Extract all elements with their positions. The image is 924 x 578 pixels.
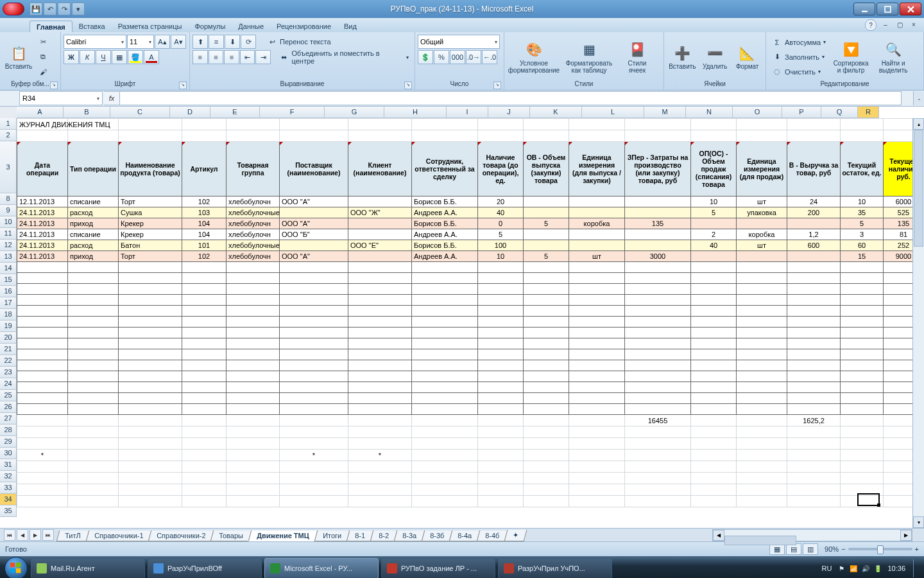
cell[interactable]: [737, 130, 787, 142]
sort-filter-button[interactable]: 🔽Сортировка и фильтр: [830, 34, 871, 80]
row-header-28[interactable]: 28: [0, 425, 17, 436]
cell[interactable]: [182, 317, 227, 328]
data-cell[interactable]: Андреев А.А.: [412, 229, 478, 240]
cell[interactable]: [280, 473, 348, 484]
cell[interactable]: [737, 306, 787, 317]
cell[interactable]: [569, 371, 625, 382]
data-cell[interactable]: хлебобулочн: [227, 197, 280, 207]
cell[interactable]: [524, 426, 569, 438]
data-cell[interactable]: 103: [182, 207, 227, 218]
cell[interactable]: [691, 349, 737, 360]
data-cell[interactable]: Батон: [119, 240, 182, 251]
cell[interactable]: [227, 338, 280, 349]
cell[interactable]: [227, 426, 280, 438]
cell[interactable]: [119, 473, 182, 484]
data-cell[interactable]: [524, 207, 569, 218]
data-cell[interactable]: 3: [841, 229, 884, 240]
cell[interactable]: [68, 349, 119, 360]
cell[interactable]: [569, 450, 625, 461]
scroll-thumb[interactable]: [914, 130, 923, 247]
cell[interactable]: [787, 473, 841, 484]
data-cell[interactable]: [691, 218, 737, 229]
number-format-combo[interactable]: Общий▾: [418, 35, 500, 49]
cell-styles-button[interactable]: 🎴Стили ячеек: [617, 34, 657, 80]
cell[interactable]: [348, 338, 412, 349]
row-header-31[interactable]: 31: [0, 459, 17, 471]
cell[interactable]: [68, 484, 119, 496]
sheet-tab[interactable]: 8-3б: [422, 530, 453, 541]
cell[interactable]: [737, 349, 787, 360]
cell[interactable]: [280, 415, 348, 426]
taskbar-button[interactable]: РУПвО задание ЛР - ...: [381, 558, 495, 578]
cell[interactable]: [569, 328, 625, 338]
cell[interactable]: [787, 360, 841, 371]
cell[interactable]: [68, 328, 119, 338]
copy-icon[interactable]: ⧉: [36, 50, 50, 64]
cell[interactable]: [227, 130, 280, 142]
cell[interactable]: [787, 496, 841, 507]
cell[interactable]: [280, 338, 348, 349]
doc-close-icon[interactable]: ×: [909, 19, 919, 30]
font-name-combo[interactable]: Calibri▾: [64, 35, 126, 49]
cell[interactable]: [569, 284, 625, 295]
cell[interactable]: [737, 473, 787, 484]
cell[interactable]: [478, 262, 524, 273]
cell[interactable]: [412, 284, 478, 295]
start-button[interactable]: [4, 556, 28, 578]
data-cell[interactable]: Борисов Б.Б.: [412, 197, 478, 207]
cell[interactable]: [348, 393, 412, 404]
cell[interactable]: [569, 404, 625, 415]
cell[interactable]: [68, 393, 119, 404]
cell[interactable]: [182, 295, 227, 306]
cell[interactable]: [787, 371, 841, 382]
cell[interactable]: [524, 415, 569, 426]
tray-lang[interactable]: RU: [822, 565, 832, 572]
cell[interactable]: [569, 273, 625, 284]
cut-icon[interactable]: ✂: [36, 35, 50, 49]
align-middle-icon[interactable]: ≡: [209, 35, 224, 49]
cell[interactable]: [787, 328, 841, 338]
scroll-right-icon[interactable]: ▶: [900, 530, 912, 541]
cell[interactable]: [524, 450, 569, 461]
data-cell[interactable]: хлебобулочн: [227, 229, 280, 240]
cell[interactable]: [227, 404, 280, 415]
cell[interactable]: [17, 438, 68, 450]
data-cell[interactable]: шт: [569, 251, 625, 262]
cell[interactable]: [841, 273, 884, 284]
col-header-M[interactable]: M: [644, 107, 686, 118]
tray-volume-icon[interactable]: 🔊: [861, 564, 870, 573]
insert-cells-button[interactable]: ➕Вставить: [667, 34, 698, 80]
table-header[interactable]: Товарная группа: [227, 142, 280, 197]
data-cell[interactable]: 5: [478, 229, 524, 240]
cell[interactable]: *: [280, 450, 348, 461]
cell[interactable]: [412, 393, 478, 404]
cell[interactable]: [348, 295, 412, 306]
cell[interactable]: [182, 473, 227, 484]
row-header-17[interactable]: 17: [0, 297, 17, 309]
cell[interactable]: [625, 461, 691, 473]
data-cell[interactable]: 104: [182, 229, 227, 240]
cell[interactable]: [841, 317, 884, 328]
cell[interactable]: [787, 273, 841, 284]
hscroll-thumb[interactable]: [724, 536, 796, 545]
cell[interactable]: [182, 484, 227, 496]
cell[interactable]: [412, 484, 478, 496]
cell[interactable]: [841, 284, 884, 295]
cell[interactable]: [227, 306, 280, 317]
cell[interactable]: [227, 415, 280, 426]
cell[interactable]: [787, 393, 841, 404]
col-header-A[interactable]: A: [17, 107, 64, 118]
cell[interactable]: [17, 382, 68, 393]
tray-clock[interactable]: 10:36: [887, 565, 905, 572]
row-header-2[interactable]: 2: [0, 130, 17, 141]
cell[interactable]: [841, 338, 884, 349]
taskbar-button[interactable]: Microsoft Excel - РУ...: [264, 558, 379, 578]
cell[interactable]: [524, 328, 569, 338]
cell[interactable]: [348, 273, 412, 284]
tray-flag-icon[interactable]: ⚑: [837, 564, 846, 573]
table-header[interactable]: В - Выручка за товар, руб: [787, 142, 841, 197]
taskbar-button[interactable]: РазрУчПрил УчПО...: [498, 558, 612, 578]
cell[interactable]: [691, 438, 737, 450]
page-layout-view-icon[interactable]: ▤: [786, 543, 801, 555]
data-cell[interactable]: коробка: [569, 218, 625, 229]
